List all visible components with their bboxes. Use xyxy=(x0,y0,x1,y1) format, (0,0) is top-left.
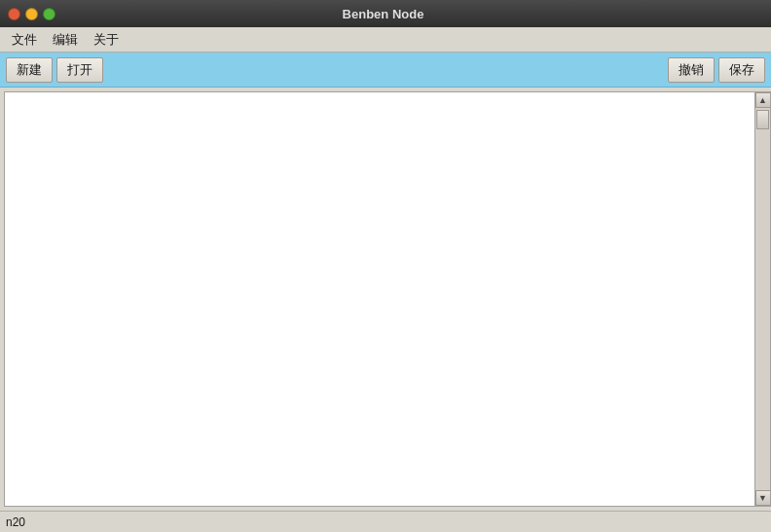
scroll-up-arrow[interactable]: ▲ xyxy=(755,92,771,108)
menu-edit[interactable]: 编辑 xyxy=(45,29,86,51)
status-text: n20 xyxy=(6,515,25,529)
status-bar: n20 xyxy=(0,511,771,532)
main-area: ▲ ▼ xyxy=(0,88,771,511)
save-button[interactable]: 保存 xyxy=(718,57,765,83)
toolbar: 新建 打开 撤销 保存 xyxy=(0,53,771,88)
toolbar-right: 撤销 保存 xyxy=(668,57,765,83)
menu-about[interactable]: 关于 xyxy=(86,29,127,51)
new-button[interactable]: 新建 xyxy=(6,57,53,83)
editor-content[interactable] xyxy=(5,92,754,506)
title-bar: Benben Node xyxy=(0,0,771,27)
editor-container: ▲ ▼ xyxy=(4,91,771,507)
scroll-track[interactable] xyxy=(755,108,770,490)
menu-bar: 文件 编辑 关于 xyxy=(0,27,771,53)
scrollbar-vertical: ▲ ▼ xyxy=(754,92,770,506)
window-title: Benben Node xyxy=(3,7,763,21)
scroll-thumb[interactable] xyxy=(756,110,769,129)
undo-button[interactable]: 撤销 xyxy=(668,57,715,83)
open-button[interactable]: 打开 xyxy=(56,57,103,83)
menu-file[interactable]: 文件 xyxy=(4,29,45,51)
scroll-down-arrow[interactable]: ▼ xyxy=(755,490,771,506)
